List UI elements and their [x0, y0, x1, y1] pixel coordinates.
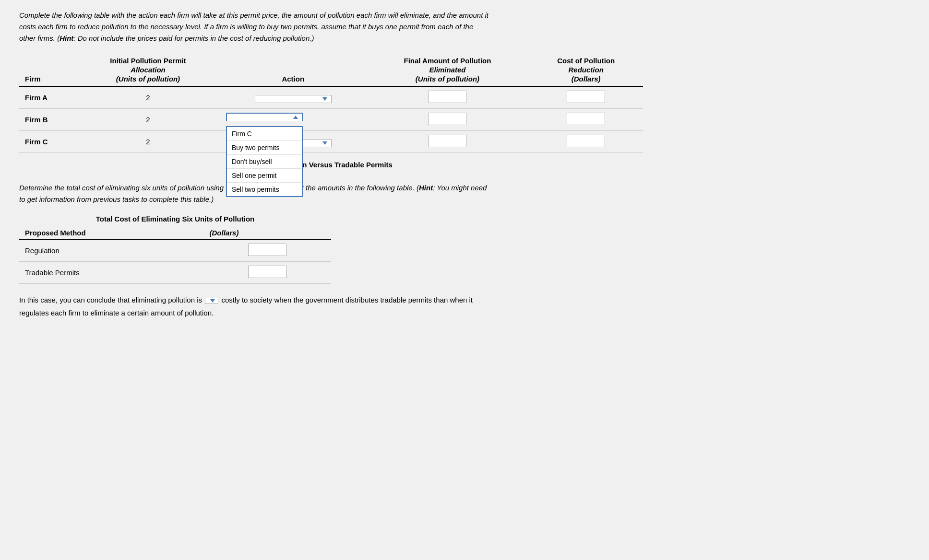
firm-c-cost-cell	[529, 131, 643, 153]
firm-c-cost-input[interactable]	[567, 135, 605, 147]
header-sub-row: Allocation Eliminated Reduction	[19, 66, 643, 75]
firm-b-pollution-cell	[366, 109, 529, 131]
action-header: Action	[220, 75, 366, 86]
proposed-method-header: Proposed Method	[19, 227, 204, 239]
tradable-method: Tradable Permits	[19, 262, 204, 284]
cost-header-top: Cost of Pollution	[529, 54, 643, 66]
firm-b-allocation: 2	[76, 109, 220, 131]
final-pollution-header-top: Final Amount of Pollution	[366, 54, 529, 66]
cost-header-mid: Reduction	[529, 66, 643, 75]
firm-a-row: Firm A 2	[19, 86, 643, 109]
firm-c-pollution-cell	[366, 131, 529, 153]
firm-b-pollution-input[interactable]	[428, 113, 466, 125]
second-table-container: Total Cost of Eliminating Six Units of P…	[19, 215, 331, 284]
initial-allocation-header-mid: Allocation	[76, 66, 220, 75]
firm-a-cost-input[interactable]	[567, 91, 605, 103]
conclusion-paragraph: In this case, you can conclude that elim…	[19, 293, 643, 319]
firm-b-dropdown-container[interactable]: Firm C Buy two permits Don't buy/sell Se…	[226, 113, 360, 121]
intro-paragraph: Complete the following table with the ac…	[19, 10, 643, 44]
intro-text-3: other firms. (	[19, 34, 60, 42]
firm-a-dropdown-container[interactable]	[255, 95, 332, 103]
intro-text-4: : Do not include the prices paid for per…	[73, 34, 314, 42]
second-table-title: Total Cost of Eliminating Six Units of P…	[19, 215, 331, 223]
determine-text-2: : You might need	[433, 184, 487, 192]
regulation-dollars-input[interactable]	[248, 244, 286, 256]
option-sell-one[interactable]: Sell one permit	[227, 169, 302, 183]
tradable-dollars-input[interactable]	[248, 266, 286, 278]
firm-a-dropdown-arrow	[322, 97, 327, 101]
intro-text-1: Complete the following table with the ac…	[19, 11, 488, 19]
regulation-method: Regulation	[19, 239, 204, 262]
firm-a-allocation: 2	[76, 86, 220, 109]
firm-b-action-cell: Firm C Buy two permits Don't buy/sell Se…	[220, 109, 366, 131]
conclusion-text-2: costly to society when the government di…	[221, 296, 473, 304]
firm-a-pollution-input[interactable]	[428, 91, 466, 103]
conclusion-dropdown-arrow	[210, 299, 215, 303]
action-sub-empty	[220, 66, 366, 75]
option-buy-one[interactable]: Firm C	[227, 127, 302, 141]
final-pollution-header-mid: Eliminated	[366, 66, 529, 75]
firm-label: Firm	[19, 75, 76, 86]
firm-a-dropdown-trigger[interactable]	[255, 95, 332, 103]
firm-a-pollution-cell	[366, 86, 529, 109]
header-label-row: Firm (Units of pollution) Action (Units …	[19, 75, 643, 86]
firm-c-row: Firm C 2	[19, 131, 643, 153]
option-sell-two[interactable]: Sell two permits	[227, 183, 302, 196]
tradable-dollars-cell	[204, 262, 331, 284]
firm-b-cost-input[interactable]	[567, 113, 605, 125]
regulation-label-row: Regulation Versus Tradable Permits	[19, 153, 643, 173]
determine-text-1: Determine the total cost of eliminating …	[19, 184, 419, 192]
conclusion-text-1: In this case, you can conclude that elim…	[19, 296, 202, 304]
firm-sub-empty	[19, 66, 76, 75]
header-top-row: Initial Pollution Permit Final Amount of…	[19, 54, 643, 66]
initial-allocation-header-top: Initial Pollution Permit	[76, 54, 220, 66]
intro-hint: Hint	[60, 34, 73, 42]
firm-b-dropdown-list: Firm C Buy two permits Don't buy/sell Se…	[226, 126, 303, 197]
option-dont-buy-sell[interactable]: Don't buy/sell	[227, 155, 302, 169]
regulation-row: Regulation	[19, 239, 331, 262]
units-pollution-header: (Units of pollution)	[76, 75, 220, 86]
firm-b-row: Firm B 2 Firm C Buy two permits Don't bu…	[19, 109, 643, 131]
determine-hint: Hint	[419, 184, 433, 192]
firm-b-cost-cell	[529, 109, 643, 131]
tradable-row: Tradable Permits	[19, 262, 331, 284]
dollars-header: (Dollars)	[204, 227, 331, 239]
firm-b-dropdown-trigger[interactable]	[226, 113, 303, 121]
firm-a-action-cell	[220, 86, 366, 109]
main-table: Initial Pollution Permit Final Amount of…	[19, 54, 643, 173]
final-units-header: (Units of pollution)	[366, 75, 529, 86]
firm-a-cost-cell	[529, 86, 643, 109]
determine-text-3: to get information from previous tasks t…	[19, 195, 214, 203]
second-table: Proposed Method (Dollars) Regulation Tra…	[19, 227, 331, 284]
firm-c-dropdown-arrow	[322, 141, 327, 145]
firm-c-allocation: 2	[76, 131, 220, 153]
firm-c-pollution-input[interactable]	[428, 135, 466, 147]
regulation-label: Regulation Versus Tradable Permits	[19, 153, 643, 173]
dollars-header: (Dollars)	[529, 75, 643, 86]
option-buy-two[interactable]: Buy two permits	[227, 141, 302, 155]
firm-header-empty	[19, 54, 76, 66]
intro-text-2: costs each firm to reduce pollution to t…	[19, 23, 473, 31]
firm-a-label: Firm A	[19, 86, 76, 109]
conclusion-text-3: regulates each firm to eliminate a certa…	[19, 309, 214, 317]
conclusion-dropdown[interactable]	[205, 298, 218, 304]
firm-c-label: Firm C	[19, 131, 76, 153]
firm-b-dropdown-arrow	[293, 116, 298, 119]
action-header-empty	[220, 54, 366, 66]
regulation-dollars-cell	[204, 239, 331, 262]
second-table-header: Proposed Method (Dollars)	[19, 227, 331, 239]
determine-paragraph: Determine the total cost of eliminating …	[19, 182, 643, 205]
firm-b-label: Firm B	[19, 109, 76, 131]
